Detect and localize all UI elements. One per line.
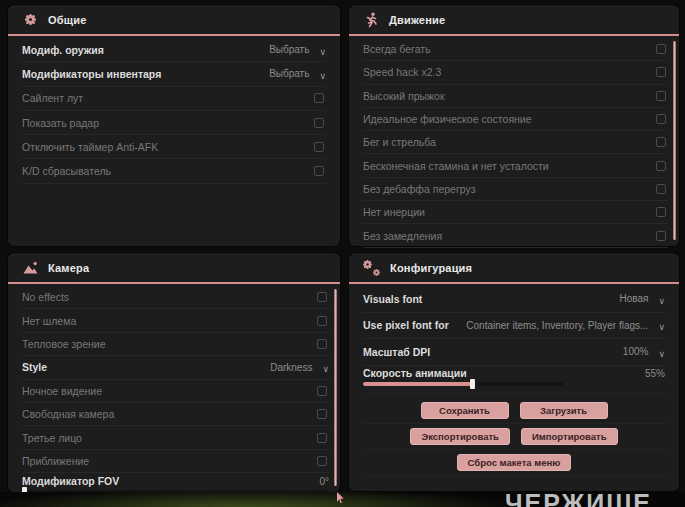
checkbox[interactable] bbox=[656, 44, 666, 54]
checkbox[interactable] bbox=[317, 409, 327, 419]
dropdown-value: Новая bbox=[619, 293, 648, 304]
config-button[interactable]: Экспортировать bbox=[410, 428, 509, 445]
panel-movement: Движение Всегда бегатьSpeed hack x2.3Выс… bbox=[349, 5, 679, 246]
checkbox[interactable] bbox=[656, 137, 666, 147]
dropdown[interactable]: Darkness bbox=[270, 358, 329, 376]
dropdown[interactable]: Выбрать bbox=[269, 41, 326, 59]
setting-label: Без замедления bbox=[363, 230, 442, 242]
setting-label: Модификаторы инвентаря bbox=[22, 68, 161, 80]
setting-label: Приближение bbox=[22, 455, 89, 467]
checkbox[interactable] bbox=[656, 231, 666, 241]
setting-label: Speed hack x2.3 bbox=[363, 66, 441, 78]
setting-row: Без замедления bbox=[363, 224, 668, 247]
config-button[interactable]: Загрузить bbox=[520, 402, 608, 419]
setting-label: Модификатор FOV bbox=[22, 475, 119, 487]
setting-row: Бег и стрельба bbox=[363, 131, 668, 154]
panel-title: Конфигурация bbox=[390, 262, 472, 274]
panel-config-rows: Visuals fontНоваяUse pixel font forConta… bbox=[349, 284, 679, 394]
setting-label: Нет инерции bbox=[363, 206, 425, 218]
button-row: СохранитьЗагрузить bbox=[363, 398, 665, 424]
checkbox[interactable] bbox=[656, 114, 666, 124]
slider-handle[interactable] bbox=[470, 379, 475, 389]
setting-label: K/D сбрасыватель bbox=[22, 165, 111, 177]
button-row: Сброс макета меню bbox=[363, 450, 665, 476]
dropdown-value: Darkness bbox=[270, 362, 312, 373]
config-button[interactable]: Сохранить bbox=[421, 402, 509, 419]
dropdown[interactable]: 100% bbox=[623, 343, 665, 361]
dropdown[interactable]: Container items, Inventory, Player flags… bbox=[466, 316, 665, 334]
chevron-down-icon bbox=[319, 41, 326, 59]
setting-row: Speed hack x2.3 bbox=[363, 61, 668, 84]
checkbox[interactable] bbox=[656, 91, 666, 101]
setting-label: Нет шлема bbox=[22, 315, 76, 327]
setting-label: Свободная камера bbox=[22, 408, 114, 420]
panel-movement-rows: Всегда бегатьSpeed hack x2.3Высокий прыж… bbox=[349, 36, 679, 248]
setting-label: Use pixel font for bbox=[363, 319, 449, 331]
setting-row: Показать радар bbox=[22, 111, 326, 135]
setting-row: Сайлент лут bbox=[22, 87, 326, 111]
checkbox[interactable] bbox=[317, 386, 327, 396]
dropdown-value: Container items, Inventory, Player flags… bbox=[466, 320, 648, 331]
checkbox[interactable] bbox=[314, 142, 324, 152]
slider[interactable] bbox=[363, 382, 563, 386]
dropdown[interactable]: Выбрать bbox=[269, 65, 326, 83]
checkbox[interactable] bbox=[317, 292, 327, 302]
setting-row: StyleDarkness bbox=[22, 356, 329, 379]
setting-label: Всегда бегать bbox=[363, 43, 431, 55]
checkbox[interactable] bbox=[314, 118, 324, 128]
setting-row: Бесконечная стамина и нет усталости bbox=[363, 154, 668, 177]
checkbox[interactable] bbox=[317, 339, 327, 349]
setting-label: Высокий прыжок bbox=[363, 90, 445, 102]
setting-row: Всегда бегать bbox=[363, 38, 668, 61]
config-button[interactable]: Импортировать bbox=[521, 428, 618, 445]
setting-label: No effects bbox=[22, 291, 69, 303]
panel-general-header: Общие bbox=[8, 5, 340, 36]
setting-row: Масштаб DPI100% bbox=[363, 339, 665, 366]
checkbox[interactable] bbox=[656, 67, 666, 77]
chevron-down-icon bbox=[658, 343, 665, 361]
checkbox[interactable] bbox=[314, 166, 324, 176]
checkbox[interactable] bbox=[317, 456, 327, 466]
config-button[interactable]: Сброс макета меню bbox=[457, 454, 572, 471]
setting-row: K/D сбрасыватель bbox=[22, 159, 326, 183]
dropdown-value: Выбрать bbox=[269, 68, 309, 79]
checkbox[interactable] bbox=[317, 433, 327, 443]
setting-label: Модиф. оружия bbox=[22, 44, 104, 56]
scrollbar[interactable] bbox=[673, 41, 676, 240]
slider-wrap bbox=[363, 381, 665, 394]
setting-label: Сайлент лут bbox=[22, 92, 83, 104]
setting-row: Без дебаффа перегруз bbox=[363, 178, 668, 201]
setting-row: Модификаторы инвентаряВыбрать bbox=[22, 62, 326, 86]
setting-row: Нет инерции bbox=[363, 201, 668, 224]
chevron-down-icon bbox=[658, 316, 665, 334]
panel-camera-rows: No effectsНет шлемаТепловое зрениеStyleD… bbox=[8, 284, 340, 498]
setting-label: Ночное видение bbox=[22, 385, 102, 397]
panel-general: Общие Модиф. оружияВыбратьМодификаторы и… bbox=[8, 5, 340, 246]
mod-menu-app: { "colors": { "accent": "#d89c9c", "pane… bbox=[0, 0, 685, 507]
setting-row: Приближение bbox=[22, 450, 329, 473]
setting-label: Бег и стрельба bbox=[363, 136, 436, 148]
setting-label: Тепловое зрение bbox=[22, 338, 106, 350]
setting-row: Ночное видение bbox=[22, 380, 329, 403]
scrollbar[interactable] bbox=[334, 289, 337, 486]
panel-movement-header: Движение bbox=[349, 5, 679, 36]
button-row: ЭкспортироватьИмпортировать bbox=[363, 424, 665, 450]
checkbox[interactable] bbox=[314, 93, 324, 103]
checkbox[interactable] bbox=[656, 161, 666, 171]
setting-label: Без дебаффа перегруз bbox=[363, 183, 476, 195]
panel-config-header: Конфигурация bbox=[349, 253, 679, 284]
watermark-text: ЧЕРЖИШЕ bbox=[505, 489, 652, 507]
checkbox[interactable] bbox=[656, 207, 666, 217]
checkbox[interactable] bbox=[656, 184, 666, 194]
checkbox[interactable] bbox=[317, 316, 327, 326]
setting-row: Свободная камера bbox=[22, 403, 329, 426]
panel-title: Камера bbox=[48, 262, 89, 274]
panel-config: Конфигурация Visuals fontНоваяUse pixel … bbox=[349, 253, 679, 491]
setting-row: Третье лицо bbox=[22, 426, 329, 449]
panel-camera-header: Камера bbox=[8, 253, 340, 284]
chevron-down-icon bbox=[658, 290, 665, 308]
dropdown[interactable]: Новая bbox=[619, 290, 665, 308]
slider-value: 0° bbox=[319, 476, 329, 487]
setting-row: Отключить таймер Anti-AFK bbox=[22, 135, 326, 159]
setting-label: Показать радар bbox=[22, 117, 99, 129]
